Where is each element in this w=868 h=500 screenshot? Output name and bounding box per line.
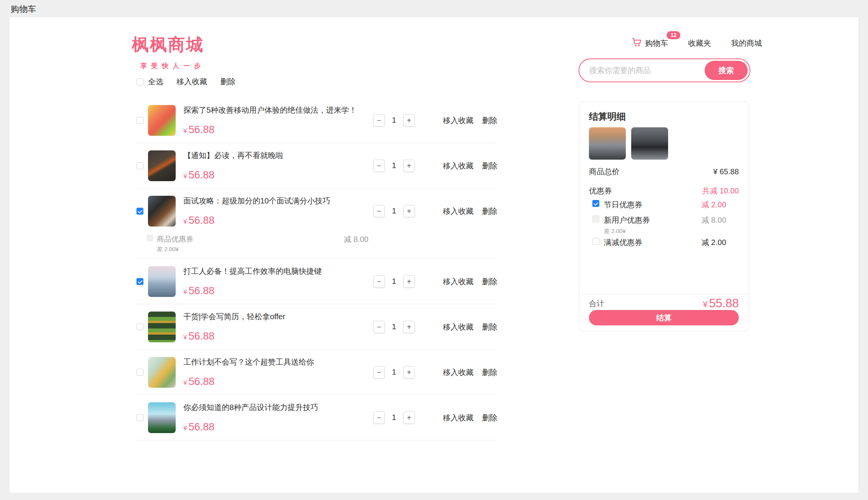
cart-item: 干货|学会写简历，轻松拿offer ¥56.88 − 1 + 移入收藏 删除 [136, 304, 496, 350]
item-move-to-favorites[interactable]: 移入收藏 [443, 367, 474, 377]
item-title: 工作计划不会写？这个超赞工具送给你 [183, 357, 314, 367]
select-all-label[interactable]: 全选 [148, 77, 163, 87]
item-coupon-discount: 减 8.00 [344, 234, 368, 245]
search-button[interactable]: 搜索 [705, 61, 748, 80]
quantity-increase-button[interactable]: + [403, 160, 415, 172]
cart-toolbar: 全选 移入收藏 删除 [136, 77, 249, 87]
quantity-decrease-button[interactable]: − [373, 412, 385, 424]
cart-card: 枫枫商城 享受快人一步 购物车 12 收藏夹 我的商城 搜索 [10, 17, 858, 493]
item-checkbox[interactable] [136, 414, 143, 421]
item-move-to-favorites[interactable]: 移入收藏 [443, 160, 474, 171]
item-delete[interactable]: 删除 [482, 412, 497, 423]
item-move-to-favorites[interactable]: 移入收藏 [443, 115, 474, 125]
item-thumbnail [148, 196, 176, 227]
selected-thumbnail [589, 127, 626, 160]
item-title: 【通知】必读，再不看就晚啦 [183, 150, 283, 161]
coupon-name: 新用户优惠券 [604, 215, 650, 225]
toolbar-move-to-favorites[interactable]: 移入收藏 [176, 77, 207, 87]
quantity-stepper: − 1 + [373, 114, 415, 127]
quantity-stepper: − 1 + [373, 366, 415, 378]
currency-symbol: ¥ [183, 127, 187, 135]
item-thumbnail [148, 266, 176, 297]
item-price: ¥56.88 [183, 124, 357, 136]
grand-total-label: 合计 [589, 298, 604, 309]
quantity-stepper: − 1 + [373, 275, 415, 288]
quantity-increase-button[interactable]: + [403, 321, 415, 333]
nav-cart-label: 购物车 [645, 38, 668, 48]
item-move-to-favorites[interactable]: 移入收藏 [443, 206, 474, 216]
quantity-decrease-button[interactable]: − [373, 205, 385, 217]
item-delete[interactable]: 删除 [482, 276, 497, 287]
item-delete[interactable]: 删除 [482, 367, 497, 377]
item-thumbnail [148, 150, 176, 181]
nav-favorites-label: 收藏夹 [688, 38, 711, 48]
quantity-decrease-button[interactable]: − [373, 160, 385, 172]
search-input[interactable] [579, 59, 705, 82]
nav-cart[interactable]: 购物车 12 [632, 37, 668, 49]
item-move-to-favorites[interactable]: 移入收藏 [443, 322, 474, 332]
select-all-checkbox[interactable] [136, 78, 143, 85]
coupon-discount: 减 2.00 [702, 200, 726, 210]
currency-symbol: ¥ [703, 300, 707, 309]
item-delete[interactable]: 删除 [482, 206, 497, 216]
price-number: 56.88 [188, 169, 215, 181]
item-price: ¥56.88 [183, 421, 318, 433]
item-delete[interactable]: 删除 [482, 115, 497, 125]
item-checkbox[interactable] [136, 323, 143, 330]
coupon-checkbox[interactable] [592, 238, 599, 245]
coupon-section-label: 优惠券 [589, 186, 612, 196]
quantity-decrease-button[interactable]: − [373, 321, 385, 333]
item-coupon-row: 商品优惠券 差 2.00¥ 减 8.00 [136, 233, 496, 258]
price-number: 56.88 [188, 376, 215, 387]
coupon-checkbox [592, 215, 599, 222]
item-delete[interactable]: 删除 [482, 160, 497, 171]
quantity-value[interactable]: 1 [385, 207, 403, 215]
item-move-to-favorites[interactable]: 移入收藏 [443, 276, 474, 287]
nav-favorites[interactable]: 收藏夹 [688, 38, 711, 48]
quantity-increase-button[interactable]: + [403, 366, 415, 378]
cart-count-badge: 12 [667, 31, 680, 39]
quantity-increase-button[interactable]: + [403, 205, 415, 217]
price-number: 56.88 [188, 330, 215, 342]
quantity-decrease-button[interactable]: − [373, 275, 385, 288]
price-number: 56.88 [188, 215, 215, 226]
item-checkbox[interactable] [136, 369, 143, 376]
quantity-increase-button[interactable]: + [403, 412, 415, 424]
item-checkbox[interactable] [136, 278, 143, 285]
currency-symbol: ¥ [183, 218, 187, 225]
top-nav: 购物车 12 收藏夹 我的商城 [632, 37, 762, 49]
summary-title: 结算明细 [589, 110, 626, 123]
cart-item: 工作计划不会写？这个超赞工具送给你 ¥56.88 − 1 + 移入收藏 删除 [136, 350, 496, 395]
item-checkbox[interactable] [136, 162, 143, 169]
price-number: 56.88 [188, 421, 215, 433]
item-move-to-favorites[interactable]: 移入收藏 [443, 412, 474, 423]
selected-item-thumbnails [589, 127, 668, 160]
quantity-stepper: − 1 + [373, 160, 415, 172]
quantity-increase-button[interactable]: + [403, 114, 415, 127]
toolbar-delete[interactable]: 删除 [220, 77, 236, 87]
item-title: 打工人必备！提高工作效率的电脑快捷键 [183, 266, 322, 277]
quantity-value[interactable]: 1 [385, 116, 403, 125]
brand-name: 枫枫商城 [132, 33, 205, 56]
checkout-button[interactable]: 结算 [589, 310, 739, 325]
quantity-increase-button[interactable]: + [403, 275, 415, 288]
quantity-value[interactable]: 1 [385, 277, 403, 286]
quantity-value[interactable]: 1 [385, 161, 403, 170]
item-checkbox[interactable] [136, 208, 143, 215]
currency-symbol: ¥ [183, 334, 187, 341]
quantity-value[interactable]: 1 [385, 322, 403, 331]
search-bar: 搜索 [579, 58, 750, 82]
item-title: 面试攻略：超级加分的10个面试满分小技巧 [183, 196, 330, 206]
quantity-stepper: − 1 + [373, 412, 415, 424]
quantity-value[interactable]: 1 [385, 368, 403, 377]
quantity-stepper: − 1 + [373, 205, 415, 217]
item-checkbox[interactable] [136, 117, 143, 124]
item-delete[interactable]: 删除 [482, 322, 497, 332]
brand-slogan: 享受快人一步 [140, 62, 205, 70]
quantity-decrease-button[interactable]: − [373, 114, 385, 127]
quantity-value[interactable]: 1 [385, 413, 403, 422]
nav-my-mall[interactable]: 我的商城 [731, 38, 762, 48]
quantity-decrease-button[interactable]: − [373, 366, 385, 378]
cart-item: 面试攻略：超级加分的10个面试满分小技巧 ¥56.88 − 1 + 移入收藏 删… [136, 188, 496, 259]
coupon-checkbox[interactable] [592, 200, 599, 207]
